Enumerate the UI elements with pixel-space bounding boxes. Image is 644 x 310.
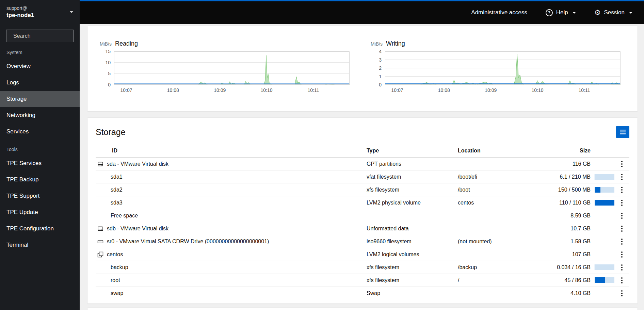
- table-row-sda1[interactable]: sda1vfat filesystem/boot/efi6.1 / 210 MB: [96, 170, 629, 183]
- row-size: 110 / 110 GB: [531, 200, 591, 206]
- kebab-dot: [621, 213, 623, 214]
- search-input[interactable]: [13, 33, 80, 39]
- row-id-label: sdb - VMware Virtual disk: [107, 226, 168, 232]
- row-menu-button[interactable]: [618, 275, 625, 285]
- area-chart-svg: [385, 51, 621, 85]
- table-row-sdb-vmware-virtual-disk[interactable]: sdb - VMware Virtual diskUnformatted dat…: [96, 222, 629, 235]
- row-menu-button[interactable]: [618, 249, 625, 260]
- y-tick-label: 10: [105, 60, 111, 65]
- chevron-down-icon: [70, 11, 73, 13]
- row-id-cell: sda - VMware Virtual disk: [96, 161, 367, 167]
- row-actions-cell: [614, 236, 629, 247]
- y-axis: 051015: [98, 51, 114, 85]
- kebab-dot: [621, 280, 623, 281]
- table-row-sr0-vmware-virtual-sata-cdrw-drive-00000000000000000001[interactable]: sr0 - VMware Virtual SATA CDRW Drive (00…: [96, 235, 629, 248]
- row-usage-cell: [595, 187, 614, 193]
- x-tick-label: 10:07: [391, 87, 403, 93]
- table-row-centos[interactable]: centosLVM2 logical volumes107 GB: [96, 248, 629, 261]
- row-id-label: sda - VMware Virtual disk: [107, 161, 168, 167]
- chart-title: Writing: [386, 40, 405, 47]
- row-type: iso9660 filesystem: [367, 239, 458, 245]
- y-tick-label: 15: [105, 49, 111, 54]
- row-type: Unformatted data: [367, 226, 458, 232]
- table-row-free-space[interactable]: Free space8.59 GB: [96, 209, 629, 222]
- row-id-cell: sda3: [96, 200, 367, 206]
- sidebar-item-tpe-backup[interactable]: TPE Backup: [0, 172, 80, 188]
- chart-unit-label: MiB/s: [100, 41, 112, 47]
- sidebar-item-tpe-services[interactable]: TPE Services: [0, 155, 80, 172]
- row-menu-button[interactable]: [618, 198, 625, 208]
- row-id-cell: sdb - VMware Virtual disk: [96, 226, 367, 232]
- row-menu-button[interactable]: [618, 211, 625, 221]
- sidebar-item-services[interactable]: Services: [0, 124, 80, 140]
- kebab-dot: [621, 205, 623, 206]
- kebab-dot: [621, 176, 623, 178]
- table-row-sda-vmware-virtual-disk[interactable]: sda - VMware Virtual diskGPT partitions1…: [96, 157, 629, 170]
- administrative-access-button[interactable]: Administrative access: [471, 9, 527, 16]
- row-menu-button[interactable]: [618, 172, 625, 182]
- row-size: 10.7 GB: [531, 226, 591, 232]
- table-row-sda2[interactable]: sda2xfs filesystem/boot150 / 500 MB: [96, 183, 629, 196]
- row-menu-button[interactable]: [618, 224, 625, 234]
- chart-header: MiB/sWriting: [371, 40, 621, 47]
- sidebar-item-logs[interactable]: Logs: [0, 75, 80, 91]
- kebab-dot: [621, 251, 623, 253]
- row-actions-cell: [614, 288, 629, 298]
- sidebar-item-overview[interactable]: Overview: [0, 58, 80, 75]
- row-size: 0.034 / 16 GB: [531, 264, 591, 271]
- session-menu-button[interactable]: ⚙ Session: [594, 9, 632, 16]
- main-content: MiB/sReading05101510:0710:0810:0910:1010…: [80, 24, 644, 310]
- question-glyph: ?: [548, 10, 550, 15]
- row-actions-cell: [614, 275, 629, 285]
- sidebar-item-tpe-support[interactable]: TPE Support: [0, 188, 80, 204]
- row-actions-cell: [614, 185, 629, 195]
- next-card-partial: [87, 308, 638, 310]
- row-actions-cell: [614, 198, 629, 208]
- row-menu-button[interactable]: [618, 236, 625, 247]
- row-menu-button[interactable]: [618, 185, 625, 195]
- sidebar-item-networking[interactable]: Networking: [0, 107, 80, 124]
- row-location: /boot: [458, 187, 531, 193]
- row-id-cell: sda1: [96, 174, 367, 180]
- bars-icon: [620, 130, 626, 134]
- row-type: xfs filesystem: [367, 264, 458, 271]
- table-row-sda3[interactable]: sda3LVM2 physical volumecentos110 / 110 …: [96, 196, 629, 209]
- table-row-swap[interactable]: swapSwap4.10 GB: [96, 287, 629, 299]
- host-switcher[interactable]: support@ tpe-node1: [0, 0, 80, 24]
- row-size: 4.10 GB: [531, 290, 591, 296]
- row-type: GPT partitions: [367, 161, 458, 167]
- sidebar-item-tpe-update[interactable]: TPE Update: [0, 204, 80, 221]
- kebab-dot: [621, 256, 623, 258]
- sidebar-nav: SystemOverviewLogsStorageNetworkingServi…: [0, 43, 80, 253]
- chart-writing: MiB/sWriting0123410:0710:0810:0910:1010:…: [369, 40, 621, 111]
- metrics-card: MiB/sReading05101510:0710:0810:0910:1010…: [87, 26, 638, 111]
- row-usage-cell: [595, 251, 614, 257]
- row-menu-button[interactable]: [618, 288, 625, 298]
- x-tick-label: 10:07: [120, 87, 132, 93]
- table-row-root[interactable]: rootxfs filesystem/45 / 86 GB: [96, 274, 629, 287]
- row-location: (not mounted): [458, 239, 531, 245]
- row-menu-button[interactable]: [618, 262, 625, 273]
- row-usage-cell: [595, 213, 614, 218]
- chart-header: MiB/sReading: [100, 40, 350, 47]
- y-tick-label: 0: [379, 82, 382, 87]
- help-menu-button[interactable]: ? Help: [546, 9, 576, 16]
- y-tick-label: 0: [108, 82, 111, 87]
- row-menu-button[interactable]: [618, 159, 625, 169]
- sidebar-item-tpe-configuration[interactable]: TPE Configuration: [0, 221, 80, 237]
- row-type: xfs filesystem: [367, 187, 458, 193]
- storage-menu-button[interactable]: [616, 126, 629, 138]
- table-row-backup[interactable]: backupxfs filesystem/backup0.034 / 16 GB: [96, 261, 629, 274]
- row-location: /: [458, 277, 531, 283]
- x-tick-label: 10:09: [485, 87, 497, 93]
- sidebar-item-storage[interactable]: Storage: [0, 91, 80, 107]
- row-usage-cell: [595, 290, 614, 296]
- row-id-cell: sr0 - VMware Virtual SATA CDRW Drive (00…: [96, 239, 367, 245]
- column-header-location: Location: [458, 148, 531, 154]
- x-tick-label: 10:11: [578, 87, 590, 93]
- y-tick-label: 1: [379, 74, 382, 79]
- search-box: [6, 30, 74, 42]
- x-tick-label: 10:08: [167, 87, 179, 93]
- sidebar-item-terminal[interactable]: Terminal: [0, 237, 80, 253]
- row-id-label: sda2: [111, 187, 123, 193]
